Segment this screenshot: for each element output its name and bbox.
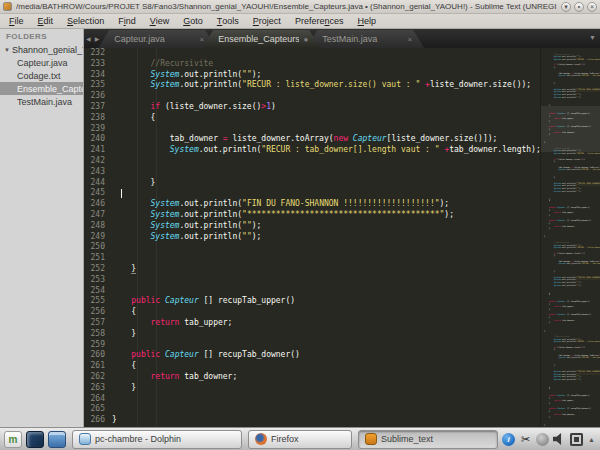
sidebar-item-ensemble-capteurs-java[interactable]: Ensemble_Capteurs.java [0,82,83,95]
code-text: System.out.println("********************… [112,210,540,221]
sidebar-item-testmain-java[interactable]: TestMain.java [0,95,83,108]
tab-capteur-java[interactable]: Capteur.java× [98,30,216,48]
device-notifier-icon[interactable] [570,433,583,446]
code-line[interactable]: 237 if (liste_downer.size()>1) [84,102,540,113]
line-number: 256 [84,307,112,318]
code-line[interactable]: 251 [84,253,540,264]
code-line[interactable]: 249 System.out.println(""); [84,232,540,243]
code-line[interactable]: 232 [84,48,540,59]
menu-goto[interactable]: Goto [176,14,210,28]
sidebar-folder-root[interactable]: ▼ Shannon_genial_YAOUH! [0,43,83,56]
code-line[interactable]: 263 } [84,383,540,394]
code-text: public Capteur [] recupTab_upper() [112,296,540,307]
code-text: System.out.println(""); [112,70,540,81]
code-line[interactable]: 261 { [84,361,540,372]
code-line[interactable]: 235 System.out.println("RECUR : liste_do… [84,80,540,91]
menu-project[interactable]: Project [246,14,288,28]
code-text [112,253,540,264]
code-text: System.out.println("FIN DU FANO-SHANNON … [112,199,540,210]
code-line[interactable]: 265 [84,404,540,415]
tab-dirty-icon[interactable]: ● [303,35,308,44]
code-line[interactable]: 254 [84,286,540,297]
code-line[interactable]: 257 return tab_upper; [84,318,540,329]
code-text [112,167,540,178]
code-line[interactable]: 247 System.out.println("****************… [84,210,540,221]
klipper-icon[interactable] [519,433,532,446]
menu-find[interactable]: Find [111,14,143,28]
line-number: 239 [84,124,112,135]
code-line[interactable]: 239 [84,124,540,135]
code-line[interactable]: 259 [84,340,540,351]
dolphin-icon [79,433,91,445]
line-number: 250 [84,242,112,253]
menu-file[interactable]: File [2,14,31,28]
close-button[interactable]: × [587,2,597,12]
line-number: 247 [84,210,112,221]
code-line[interactable]: 262 return tab_downer; [84,372,540,383]
device-manager-button[interactable] [48,431,66,448]
minimap[interactable]: //Recursivite System.out.println(""); Sy… [540,48,600,427]
code-line[interactable]: 252 } [84,264,540,275]
code-line[interactable]: 246 System.out.println("FIN DU FANO-SHAN… [84,199,540,210]
code-line[interactable]: 248 System.out.println(""); [84,221,540,232]
code-line[interactable]: 243 [84,167,540,178]
tab-testmain-java[interactable]: TestMain.java× [306,30,424,48]
tab-ensemble-capteurs-java[interactable]: Ensemble_Capteurs.java● [202,30,320,48]
tab-overflow-icon[interactable]: ▼ [589,34,596,41]
code-line[interactable]: 238 { [84,113,540,124]
taskbar-button-dolphin[interactable]: pc-chambre - Dolphin [72,430,242,449]
menu-help[interactable]: Help [350,14,383,28]
code-line[interactable]: 253 [84,275,540,286]
tab-close-icon[interactable]: × [200,35,205,44]
show-desktop-button[interactable] [26,431,44,448]
menu-view[interactable]: View [143,14,177,28]
title-bar[interactable]: /media/BATHROW/Cours/PROJET S8/Fano3/Sha… [0,0,600,14]
code-line[interactable]: 255 public Capteur [] recupTab_upper() [84,296,540,307]
code-line[interactable]: 264 [84,394,540,405]
taskbar-button-firefox[interactable]: Firefox [248,430,352,449]
code-line[interactable]: 258 } [84,329,540,340]
line-number: 266 [84,415,112,426]
menu-selection[interactable]: Selection [60,14,111,28]
code-text: { [112,307,540,318]
code-line[interactable]: 250 [84,242,540,253]
taskbar-button-sublime[interactable]: Sublime_text [358,430,498,449]
update-notifier-icon[interactable]: i [502,433,515,446]
window-title: /media/BATHROW/Cours/PROJET S8/Fano3/Sha… [16,2,557,11]
minimize-button[interactable]: ▾ [561,2,571,12]
menu-tools[interactable]: Tools [210,14,246,28]
code-line[interactable]: 242 [84,156,540,167]
tab-close-icon[interactable]: × [408,35,413,44]
menu-preferences[interactable]: Preferences [288,14,351,28]
sidebar-item-codage-txt[interactable]: Codage.txt [0,69,83,82]
code-line[interactable]: 236 [84,91,540,102]
code-line[interactable]: 241 System.out.println("RECUR : tab_down… [84,145,540,156]
code-line[interactable]: 256 { [84,307,540,318]
line-number: 246 [84,199,112,210]
sidebar-item-capteur-java[interactable]: Capteur.java [0,56,83,69]
code-line[interactable]: 233 //Recursivite [84,59,540,70]
code-text: } [112,178,540,189]
code-text [112,404,540,415]
menu-edit[interactable]: Edit [31,14,61,28]
minimap-viewport[interactable] [541,106,600,152]
network-icon[interactable] [536,433,549,446]
code-text: System.out.println("RECUR : tab_downer[]… [112,145,540,156]
tab-scroll-left-icon[interactable]: ◀ [84,35,93,42]
tab-bar: ◀ ▶ Capteur.java×Ensemble_Capteurs.java●… [84,29,600,48]
code-line[interactable]: 266} [84,415,540,426]
code-editor[interactable]: 232233 //Recursivite234 System.out.print… [84,48,540,427]
code-line[interactable]: 245 [84,188,540,199]
mint-menu-button[interactable]: m [4,431,22,448]
code-line[interactable]: 260 public Capteur [] recupTab_downer() [84,350,540,361]
tray-expander-icon[interactable]: ▲ [588,436,595,443]
code-line[interactable]: 240 tab_downer = liste_downer.toArray(ne… [84,134,540,145]
line-number: 257 [84,318,112,329]
code-line[interactable]: 244 } [84,178,540,189]
code-line[interactable]: 234 System.out.println(""); [84,70,540,81]
tab-scroll-right-icon[interactable]: ▶ [93,35,102,42]
line-number: 244 [84,178,112,189]
maximize-button[interactable]: • [574,2,584,12]
line-number: 236 [84,91,112,102]
volume-icon[interactable] [553,433,566,446]
